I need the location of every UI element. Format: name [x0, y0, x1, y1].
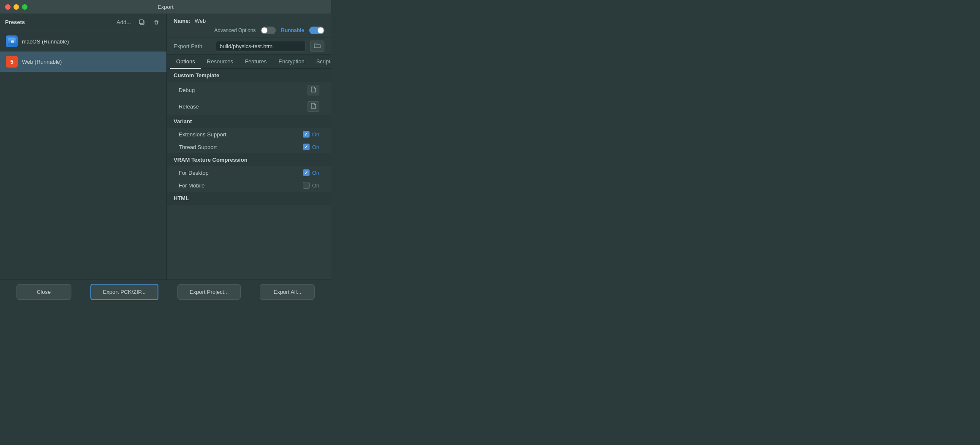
- presets-label: Presets: [5, 19, 115, 25]
- add-preset-button[interactable]: Add...: [115, 18, 133, 26]
- preset-name-macos: macOS (Runnable): [22, 38, 69, 45]
- titlebar: Export: [0, 0, 331, 14]
- minimize-window-button[interactable]: [14, 4, 19, 10]
- name-row: Name: Web: [174, 18, 324, 24]
- window-title: Export: [158, 4, 174, 10]
- for-mobile-checkbox-container: On: [303, 182, 319, 189]
- tab-features[interactable]: Features: [239, 55, 272, 69]
- svg-text:🖥: 🖥: [10, 39, 14, 44]
- toggle-knob: [261, 27, 267, 33]
- release-file-button[interactable]: [308, 101, 319, 112]
- for-desktop-on-label: On: [312, 170, 319, 176]
- thread-support-label: Thread Support: [179, 144, 303, 150]
- checkbox-checkmark: ✓: [304, 132, 308, 137]
- tabs-row: Options Resources Features Encryption Sc…: [167, 55, 331, 69]
- for-desktop-checkbox[interactable]: ✓: [303, 169, 310, 176]
- tab-options[interactable]: Options: [170, 55, 201, 69]
- export-path-input[interactable]: [216, 41, 306, 52]
- close-window-button[interactable]: [5, 4, 11, 10]
- row-extensions-support: Extensions Support ✓ On: [167, 128, 331, 141]
- export-pck-button[interactable]: Export PCK/ZIP...: [90, 284, 158, 300]
- preset-item-web[interactable]: 5 Web (Runnable): [0, 52, 166, 72]
- advanced-options-label: Advanced Options: [214, 27, 256, 33]
- advanced-options-toggle[interactable]: [261, 27, 276, 34]
- row-debug: Debug: [167, 82, 331, 98]
- tab-encryption[interactable]: Encryption: [272, 55, 310, 69]
- thread-support-checkbox-container: ✓ On: [303, 144, 319, 150]
- presets-header: Presets Add...: [0, 14, 166, 31]
- extensions-support-checkbox[interactable]: ✓: [303, 131, 310, 138]
- section-header-html: HTML: [167, 192, 331, 205]
- debug-file-button[interactable]: [308, 85, 319, 95]
- release-label: Release: [179, 103, 308, 110]
- desktop-checkbox-checkmark: ✓: [304, 170, 308, 176]
- extensions-support-checkbox-container: ✓ On: [303, 131, 319, 138]
- thread-checkbox-checkmark: ✓: [304, 144, 308, 150]
- thread-support-on-label: On: [312, 144, 319, 150]
- extensions-support-label: Extensions Support: [179, 131, 303, 138]
- export-path-row: Export Path: [167, 38, 331, 55]
- for-mobile-on-label: On: [312, 182, 319, 189]
- maximize-window-button[interactable]: [22, 4, 27, 10]
- release-actions: [308, 101, 319, 112]
- section-header-vram: VRAM Texture Compression: [167, 153, 331, 166]
- html5-icon: 5: [6, 56, 18, 68]
- tab-resources[interactable]: Resources: [201, 55, 239, 69]
- name-label: Name:: [174, 18, 191, 24]
- macos-icon: 🖥: [6, 35, 18, 47]
- name-section: Name: Web Advanced Options Runnable: [167, 14, 331, 38]
- export-path-label: Export Path: [174, 43, 212, 49]
- preset-item-macos[interactable]: 🖥 macOS (Runnable): [0, 31, 166, 52]
- row-thread-support: Thread Support ✓ On: [167, 141, 331, 153]
- right-panel: Name: Web Advanced Options Runnable Expo…: [167, 14, 331, 279]
- for-desktop-checkbox-container: ✓ On: [303, 169, 319, 176]
- preset-list: 🖥 macOS (Runnable) 5 Web (Runnable): [0, 31, 166, 279]
- row-release: Release: [167, 98, 331, 115]
- footer: Close Export PCK/ZIP... Export Project..…: [0, 279, 331, 304]
- duplicate-preset-button[interactable]: [137, 18, 147, 27]
- for-desktop-label: For Desktop: [179, 170, 303, 176]
- thread-support-checkbox[interactable]: ✓: [303, 144, 310, 150]
- svg-rect-1: [139, 20, 143, 24]
- export-all-button[interactable]: Export All...: [260, 284, 315, 300]
- runnable-toggle[interactable]: [309, 27, 324, 34]
- row-for-mobile: For Mobile On: [167, 179, 331, 192]
- tab-scripts[interactable]: Scripts: [310, 55, 331, 69]
- presets-actions: Add...: [115, 18, 161, 27]
- name-value: Web: [195, 18, 206, 24]
- preset-name-web: Web (Runnable): [22, 59, 62, 65]
- window-controls: [5, 4, 27, 10]
- main-layout: Presets Add...: [0, 14, 331, 279]
- section-header-custom-template: Custom Template: [167, 69, 331, 82]
- left-panel: Presets Add...: [0, 14, 167, 279]
- export-path-folder-button[interactable]: [310, 41, 324, 52]
- content-area: Custom Template Debug Release: [167, 69, 331, 279]
- export-project-button[interactable]: Export Project...: [177, 284, 241, 300]
- section-header-variant: Variant: [167, 115, 331, 128]
- options-row: Advanced Options Runnable: [174, 27, 324, 34]
- for-mobile-checkbox[interactable]: [303, 182, 310, 189]
- extensions-support-on-label: On: [312, 131, 319, 138]
- row-for-desktop: For Desktop ✓ On: [167, 166, 331, 179]
- debug-label: Debug: [179, 87, 308, 93]
- runnable-toggle-knob: [318, 27, 324, 33]
- debug-actions: [308, 85, 319, 95]
- delete-preset-button[interactable]: [151, 18, 161, 27]
- html5-icon-text: 5: [10, 59, 13, 65]
- for-mobile-label: For Mobile: [179, 182, 303, 189]
- close-button[interactable]: Close: [16, 284, 71, 300]
- runnable-label: Runnable: [281, 27, 304, 33]
